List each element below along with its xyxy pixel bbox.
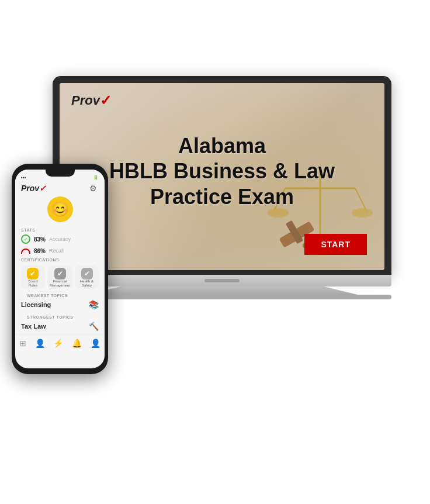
phone-bottom-nav: ⊞ 👤 ⚡ 🔔 👤	[15, 334, 105, 353]
weakest-topic-row: Licensing 📚	[21, 299, 99, 310]
weakest-topics-section: WEAKEST TOPICS Licensing 📚	[15, 291, 105, 313]
cert-financial[interactable]: ✔ Financial Management	[47, 265, 72, 289]
phone-logo: Prov✓	[21, 184, 46, 193]
title-line1: Alabama	[109, 133, 335, 158]
cert-board-rules[interactable]: ✔ Board Rules	[21, 265, 45, 289]
phone-outer: ▪▪▪ 🔋 Prov✓ ⚙ 😊 STATS ✓ 83% Accuracy	[12, 164, 108, 374]
strongest-topic-icon: 🔨	[89, 322, 99, 331]
weakest-topic-name: Licensing	[21, 301, 51, 308]
nav-user-icon[interactable]: 👤	[35, 339, 45, 348]
exam-title: Alabama HBLB Business & Law Practice Exa…	[109, 133, 335, 209]
strongest-topics-label: STRONGEST TOPICS	[21, 314, 99, 320]
phone-notch	[46, 170, 75, 177]
battery-icon: 🔋	[93, 175, 99, 180]
strongest-topics-section: STRONGEST TOPICS Tax Law 🔨	[15, 313, 105, 334]
gauge-shape	[21, 248, 30, 254]
phone-logo-text: Prov	[21, 184, 39, 193]
weakest-topics-label: WEAKEST TOPICS	[21, 292, 99, 299]
accuracy-value: 83%	[34, 236, 46, 243]
accuracy-icon: ✓	[21, 234, 30, 244]
cert-name-board-rules: Board Rules	[23, 279, 43, 288]
nav-home-icon[interactable]: ⊞	[19, 339, 26, 348]
avatar: 😊	[47, 196, 73, 222]
laptop-hinge-notch	[204, 279, 240, 282]
laptop-main-content: Alabama HBLB Business & Law Practice Exa…	[71, 109, 373, 234]
weakest-topic-icon: 📚	[89, 300, 99, 309]
recall-gauge-icon	[21, 246, 30, 256]
nav-profile-icon[interactable]: 👤	[91, 339, 100, 348]
phone-header: Prov✓ ⚙	[15, 182, 105, 196]
laptop-content: Prov✓ Alabama HBLB Business & Law Practi…	[60, 83, 384, 270]
logo-check: ✓	[100, 92, 112, 109]
gear-icon[interactable]: ⚙	[89, 184, 99, 193]
recall-row: 86% Recall	[15, 245, 105, 257]
signal-icons: ▪▪▪	[21, 175, 26, 180]
laptop-logo: Prov✓	[71, 92, 112, 109]
recall-label: Recall	[49, 248, 64, 254]
cert-icon-financial: ✔	[54, 268, 66, 279]
title-line2: HBLB Business & Law	[109, 158, 335, 184]
cert-icon-board-rules: ✔	[27, 268, 39, 279]
start-button[interactable]: START	[304, 234, 367, 255]
phone-device: ▪▪▪ 🔋 Prov✓ ⚙ 😊 STATS ✓ 83% Accuracy	[12, 164, 108, 374]
strongest-topic-row: Tax Law 🔨	[21, 320, 99, 332]
nav-lightning-icon[interactable]: ⚡	[53, 339, 63, 348]
laptop-screen: Prov✓ Alabama HBLB Business & Law Practi…	[60, 83, 384, 270]
cert-health-safety[interactable]: ✔ Health & Safety	[75, 265, 99, 289]
cert-icon-health: ✔	[81, 268, 93, 279]
certifications-list: ✔ Board Rules ✔ Financial Management ✔ H…	[15, 263, 105, 291]
strongest-topic-name: Tax Law	[21, 323, 46, 330]
cert-name-health: Health & Safety	[77, 279, 96, 288]
cert-name-financial: Financial Management	[50, 279, 70, 288]
phone-screen: ▪▪▪ 🔋 Prov✓ ⚙ 😊 STATS ✓ 83% Accuracy	[15, 170, 105, 368]
certifications-section-label: CERTIFICATIONS	[15, 257, 105, 263]
stats-section-label: STATS	[15, 227, 105, 233]
recall-value: 86%	[34, 248, 46, 254]
accuracy-label: Accuracy	[49, 236, 71, 242]
title-line3: Practice Exam	[109, 184, 335, 209]
logo-text: Prov	[71, 93, 100, 108]
accuracy-row: ✓ 83% Accuracy	[15, 233, 105, 245]
phone-logo-check: ✓	[39, 184, 46, 193]
nav-bell-icon[interactable]: 🔔	[72, 339, 82, 348]
